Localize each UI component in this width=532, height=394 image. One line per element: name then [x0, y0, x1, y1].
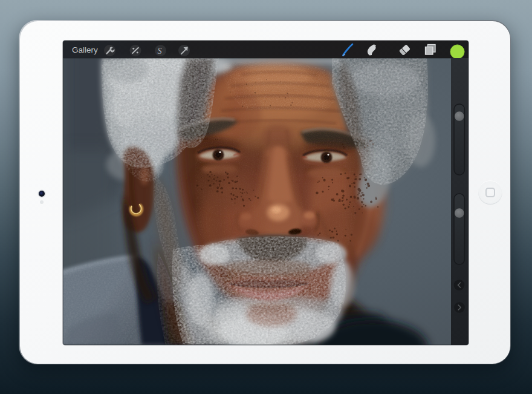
- svg-text:S: S: [158, 47, 162, 56]
- svg-text:Gallery: Gallery: [72, 45, 98, 54]
